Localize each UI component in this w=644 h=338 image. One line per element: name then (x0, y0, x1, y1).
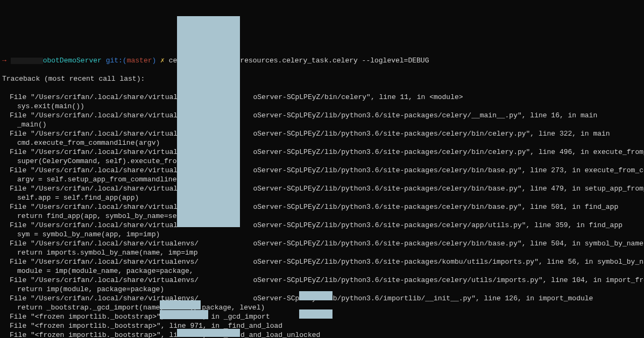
traceback-file-line: File "/Users/crifan/.local/share/virtual… (2, 129, 642, 138)
redacted-block (160, 300, 201, 309)
traceback-file-line: File "/Users/crifan/.local/share/virtual… (2, 221, 642, 230)
traceback-code-line: return imports.symbol_by_name(name, imp=… (2, 248, 642, 257)
traceback-file-line: File "/Users/crifan/.local/share/virtual… (2, 111, 642, 120)
traceback-file-line: File "<frozen importlib._bootstrap>", li… (2, 330, 642, 338)
traceback-header: Traceback (most recent call last): (2, 74, 642, 83)
traceback-file-line: File "/Users/crifan/.local/share/virtual… (2, 184, 642, 193)
dirty-icon: ✗ (160, 57, 165, 65)
redacted-block (160, 310, 208, 319)
traceback-file-line: File "/Users/crifan/.local/share/virtual… (2, 276, 642, 285)
directory-name: obotDemoServer (43, 57, 102, 65)
redacted-block (11, 58, 43, 64)
traceback-code-line: cmd.execute_from_commandline(argv) (2, 138, 642, 147)
traceback-code-line: return find_app(app, symbol_by_name=self… (2, 212, 642, 221)
redacted-block (177, 16, 240, 227)
traceback-code-line: sys.exit(main()) (2, 102, 642, 111)
traceback-body: File "/Users/crifan/.local/share/virtual… (2, 93, 642, 338)
redacted-block (299, 309, 332, 319)
prompt-line: → obotDemoServer git:(master) ✗ celery w… (2, 56, 642, 65)
traceback-file-line: File "/Users/crifan/.local/share/virtual… (2, 147, 642, 157)
traceback-file-line: File "<frozen importlib._bootstrap>", li… (2, 321, 642, 330)
traceback-file-line: File "/Users/crifan/.local/share/virtual… (2, 166, 642, 175)
traceback-file-line: File "/Users/crifan/.local/share/virtual… (2, 93, 642, 102)
traceback-code-line: sym = symbol_by_name(app, imp=imp) (2, 230, 642, 239)
redacted-block (177, 329, 240, 337)
traceback-file-line: File "/Users/crifan/.local/share/virtual… (2, 239, 642, 248)
traceback-code-line: self.app = self.find_app(app) (2, 193, 642, 202)
branch-name: master (127, 57, 152, 65)
traceback-file-line: File "/Users/crifan/.local/share/virtual… (2, 202, 642, 212)
git-close: ) (152, 57, 156, 65)
redacted-block (299, 291, 332, 300)
arrow-icon: → (2, 57, 6, 65)
traceback-code-line: _main() (2, 120, 642, 129)
traceback-code-line: super(CeleryCommand, self).execute_from_… (2, 157, 642, 166)
traceback-code-line: argv = self.setup_app_from_commandline(a… (2, 175, 642, 184)
git-label: git:( (106, 57, 127, 65)
traceback-code-line: module = imp(module_name, package=packag… (2, 266, 642, 276)
traceback-file-line: File "/Users/crifan/.local/share/virtual… (2, 257, 642, 266)
